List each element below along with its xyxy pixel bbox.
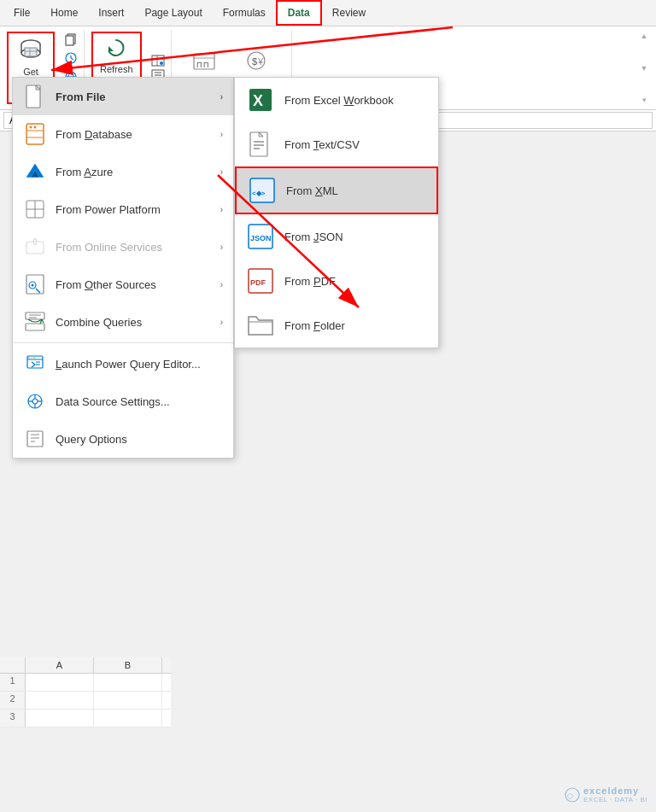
svg-text:$: $	[252, 56, 257, 67]
svg-point-46	[34, 126, 37, 129]
connections-icon	[151, 55, 165, 67]
svg-line-16	[71, 58, 73, 60]
menu-divider-1	[13, 342, 233, 343]
row-num-2: 2	[0, 692, 26, 709]
svg-rect-74	[27, 431, 43, 447]
launch-power-query-label: Launch Power Query Editor...	[56, 358, 201, 371]
col-header-B[interactable]: B	[94, 657, 162, 673]
database-menu-icon	[23, 122, 47, 146]
svg-point-69	[32, 399, 38, 404]
menu-item-query-options[interactable]: Query Options	[13, 420, 233, 458]
from-file-chevron: ›	[220, 92, 223, 102]
copy-button[interactable]	[62, 32, 80, 50]
tab-review[interactable]: Review	[322, 0, 376, 26]
menu-item-data-source-settings[interactable]: Data Source Settings...	[13, 383, 233, 420]
svg-rect-58	[26, 324, 44, 330]
from-azure-label: From Azure	[56, 166, 113, 178]
watermark: ⬡ exceldemy EXCEL · DATA · BI	[565, 786, 647, 803]
svg-point-65	[33, 357, 35, 359]
svg-text:<◆>: <◆>	[252, 190, 266, 197]
cell-b2[interactable]	[94, 692, 162, 709]
submenu-from-excel-workbook[interactable]: X From Excel Workbook	[235, 78, 438, 122]
file-icon	[23, 85, 47, 108]
menu-item-combine-queries[interactable]: Combine Queries ›	[13, 303, 233, 341]
combine-queries-label: Combine Queries	[56, 316, 142, 329]
tab-insert[interactable]: Insert	[88, 0, 134, 26]
svg-rect-13	[66, 36, 73, 45]
ribbon-scroll-up[interactable]: ▲	[639, 32, 649, 40]
submenu-from-pdf[interactable]: PDF From PDF	[235, 259, 438, 303]
tab-file[interactable]: File	[3, 0, 40, 26]
menu-item-from-database[interactable]: From Database ›	[13, 115, 233, 153]
data-source-settings-icon	[23, 389, 47, 413]
svg-text:¥: ¥	[257, 56, 264, 67]
cell-a3[interactable]	[26, 710, 94, 727]
svg-text:JSON: JSON	[250, 234, 272, 242]
xml-icon: <◆>	[249, 177, 276, 204]
from-azure-chevron: ›	[220, 167, 223, 177]
cell-b1[interactable]	[94, 674, 162, 691]
svg-line-55	[36, 289, 40, 293]
table-row: 1	[0, 674, 171, 692]
connections-button[interactable]	[149, 54, 167, 67]
from-pdf-label: From PDF	[284, 275, 336, 288]
from-online-services-chevron: ›	[220, 242, 223, 252]
clock-icon	[64, 51, 78, 67]
watermark-tagline: EXCEL · DATA · BI	[583, 796, 647, 803]
menu-item-from-power-platform[interactable]: From Power Platform ›	[13, 190, 233, 228]
copy-icon	[64, 32, 78, 49]
svg-text:Π: Π	[203, 61, 209, 69]
ribbon-scroll-down[interactable]: ▼	[639, 64, 649, 73]
watermark-brand: exceldemy	[583, 786, 647, 796]
clock-button[interactable]	[62, 50, 80, 68]
json-icon: JSON	[247, 223, 274, 250]
svg-text:⬡: ⬡	[567, 792, 573, 800]
row-header-corner	[0, 657, 26, 673]
from-text-csv-label: From Text/CSV	[284, 138, 360, 151]
combine-queries-icon	[23, 310, 47, 334]
from-database-label: From Database	[56, 128, 132, 141]
from-file-label: From File	[56, 91, 106, 103]
submenu-from-folder[interactable]: From Folder	[235, 303, 438, 348]
svg-point-64	[31, 357, 32, 359]
submenu-from-text-csv[interactable]: From Text/CSV	[235, 122, 438, 166]
from-json-label: From JSON	[284, 231, 343, 243]
other-sources-icon	[23, 272, 47, 296]
tab-data[interactable]: Data	[276, 0, 322, 26]
folder-icon	[247, 312, 274, 339]
refresh-icon	[105, 37, 127, 64]
svg-text:Π: Π	[196, 61, 202, 69]
svg-rect-52	[26, 242, 44, 254]
text-csv-icon	[247, 131, 274, 158]
col-header-A[interactable]: A	[26, 657, 94, 673]
currencies-icon: $ ¥	[243, 49, 269, 77]
combine-queries-chevron: ›	[220, 318, 223, 327]
menu-item-from-azure[interactable]: From Azure ›	[13, 153, 233, 190]
excel-workbook-icon: X	[247, 86, 274, 114]
submenu-from-xml[interactable]: <◆> From XML	[235, 166, 438, 214]
database-icon	[18, 38, 44, 67]
svg-point-63	[28, 357, 30, 359]
menu-item-from-online-services[interactable]: From Online Services ›	[13, 228, 233, 266]
query-options-icon	[23, 427, 47, 451]
menu-item-from-file[interactable]: From File ›	[13, 78, 233, 115]
from-file-submenu: X From Excel Workbook From Text/CSV <◆>	[234, 77, 439, 348]
menu-item-from-other-sources[interactable]: From Other Sources ›	[13, 266, 233, 303]
spreadsheet-rows: A B 1 2 3	[0, 657, 171, 727]
svg-text:X: X	[253, 92, 263, 109]
menu-item-launch-power-query[interactable]: Launch Power Query Editor...	[13, 345, 233, 383]
row-num-3: 3	[0, 710, 26, 727]
stocks-icon: Π Π	[191, 49, 217, 77]
ribbon-expand[interactable]: ▾	[639, 96, 649, 104]
data-source-settings-label: Data Source Settings...	[56, 395, 170, 408]
tab-page-layout[interactable]: Page Layout	[134, 0, 212, 26]
cell-a2[interactable]	[26, 692, 94, 709]
tab-formulas[interactable]: Formulas	[213, 0, 276, 26]
svg-text:PDF: PDF	[250, 278, 266, 287]
submenu-from-json[interactable]: JSON From JSON	[235, 214, 438, 259]
pdf-icon: PDF	[247, 267, 274, 295]
cell-b3[interactable]	[94, 710, 162, 727]
cell-a1[interactable]	[26, 674, 94, 691]
tab-home[interactable]: Home	[40, 0, 88, 26]
from-other-sources-label: From Other Sources	[56, 278, 156, 291]
